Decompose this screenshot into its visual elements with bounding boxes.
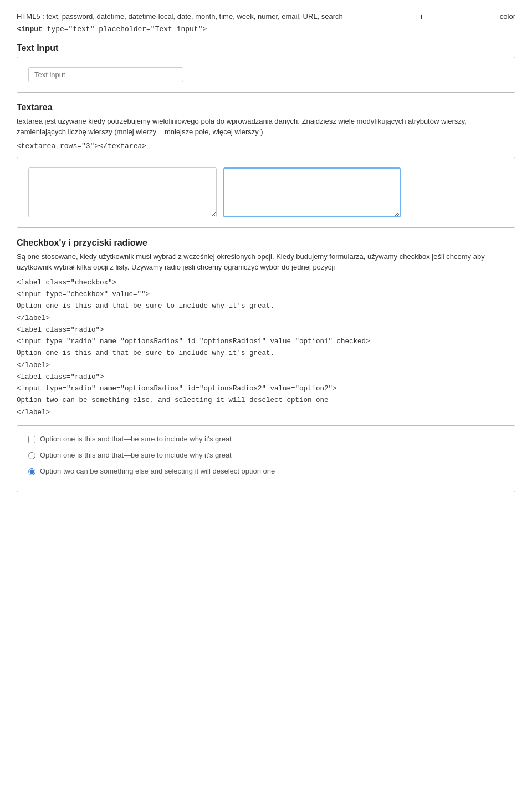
- code-line-9: <input type="radio" name="optionsRadios"…: [17, 383, 515, 395]
- code-line-6: Option one is this and that—be sure to i…: [17, 348, 515, 359]
- code-line-7: </label>: [17, 360, 515, 372]
- radio-demo-item-2: Option two can be something else and sel…: [28, 467, 504, 475]
- checkbox-code-block: <label class="checkbox"> <input type="ch…: [17, 277, 515, 419]
- text-input-field[interactable]: [28, 67, 183, 82]
- text-input-demo-box: [17, 57, 515, 93]
- textarea-title: Textarea: [17, 103, 515, 113]
- code-line-3: </label>: [17, 313, 515, 324]
- input-code-line: <input type="text" placeholder="Text inp…: [17, 25, 515, 33]
- checkbox-input-1[interactable]: [28, 436, 35, 443]
- text-input-title: Text Input: [17, 43, 515, 53]
- textarea-section: Textarea textarea jest używane kiedy pot…: [17, 103, 515, 228]
- html5-types-text: HTML5 : text, password, datetime, dateti…: [17, 11, 343, 23]
- code-line-4: <label class="radio">: [17, 324, 515, 336]
- checkbox-section: Checkbox'y i przyciski radiowe Są one st…: [17, 238, 515, 492]
- checkbox-title: Checkbox'y i przyciski radiowe: [17, 238, 515, 248]
- radio-label-2: Option two can be something else and sel…: [40, 467, 275, 475]
- textarea-focused[interactable]: [223, 167, 401, 217]
- code-line-1: <input type="checkbox" value="">: [17, 289, 515, 301]
- textarea-desc: textarea jest używane kiedy potrzebujemy…: [17, 116, 515, 138]
- radio-label-1: Option one is this and that—be sure to i…: [40, 451, 232, 459]
- textarea-demo-box: [17, 157, 515, 228]
- textarea-code: <textarea rows="3"></textarea>: [17, 142, 515, 150]
- textarea-plain[interactable]: [28, 167, 217, 217]
- color-label: color: [500, 11, 515, 23]
- code-line-5: <input type="radio" name="optionsRadios"…: [17, 336, 515, 348]
- top-header-row: HTML5 : text, password, datetime, dateti…: [17, 11, 515, 24]
- radio-demo-item-1: Option one is this and that—be sure to i…: [28, 451, 504, 459]
- checkbox-demo-box: Option one is this and that—be sure to i…: [17, 425, 515, 492]
- radio-input-2[interactable]: [28, 468, 35, 475]
- text-input-section: Text Input: [17, 43, 515, 93]
- i-label: i: [421, 11, 422, 23]
- code-line-10: Option two can be something else, and se…: [17, 395, 515, 406]
- checkbox-demo-item-1: Option one is this and that—be sure to i…: [28, 435, 504, 443]
- checkbox-label-1: Option one is this and that—be sure to i…: [40, 435, 232, 443]
- radio-input-1[interactable]: [28, 452, 35, 459]
- code-line-8: <label class="radio">: [17, 372, 515, 383]
- checkbox-desc: Są one stosowane, kiedy użytkownik musi …: [17, 251, 515, 273]
- code-line-0: <label class="checkbox">: [17, 277, 515, 289]
- code-line-2: Option one is this and that—be sure to i…: [17, 301, 515, 312]
- code-line-11: </label>: [17, 407, 515, 419]
